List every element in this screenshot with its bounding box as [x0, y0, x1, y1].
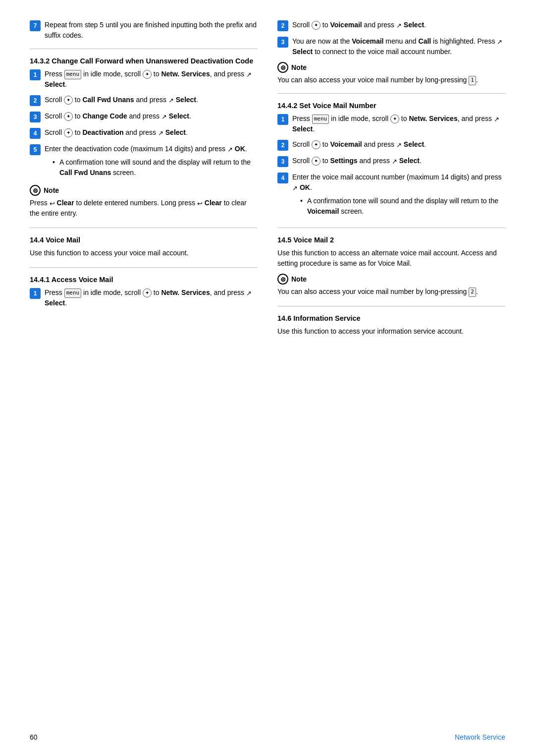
- menu-icon-1441: menu: [64, 289, 82, 298]
- step-5-1432: 5 Enter the deactivation code (maximum 1…: [30, 144, 258, 180]
- note-title-1432: ⊜ Note: [30, 185, 258, 196]
- step-3-content: Scroll ✦ to Change Code and press ↗ Sele…: [45, 111, 258, 121]
- step-3-1441: 3 You are now at the Voicemail menu and …: [277, 36, 505, 57]
- step-1-content: Press menu in idle mode, scroll ✦ to Net…: [45, 69, 258, 90]
- select-icon-1: ↗: [246, 70, 252, 80]
- scroll-icon-2: ✦: [64, 96, 73, 105]
- select-icon-2: ↗: [168, 96, 174, 106]
- step-1-1441: 1 Press menu in idle mode, scroll ✦ to N…: [30, 288, 258, 308]
- section-14-5-title: 14.5 Voice Mail 2: [277, 236, 505, 244]
- divider-1: [30, 49, 258, 49]
- step-7-text: Repeat from step 5 until you are finishe…: [45, 20, 258, 41]
- note-145: ⊜ Note You can also access your voice ma…: [277, 274, 505, 297]
- step-2-1441-content: Scroll ✦ to Voicemail and press ↗ Select…: [292, 20, 505, 30]
- note-text-145: You can also access your voice mail numb…: [277, 287, 505, 297]
- step-1-1441-content: Press menu in idle mode, scroll ✦ to Net…: [45, 288, 258, 308]
- step-2-number: 2: [30, 95, 41, 106]
- note-icon-145: ⊜: [277, 274, 288, 285]
- scroll-icon-1442-3: ✦: [312, 157, 321, 166]
- step-4-1432: 4 Scroll ✦ to Deactivation and press ↗ S…: [30, 127, 258, 139]
- step-3-1441-content: You are now at the Voicemail menu and Ca…: [292, 36, 505, 57]
- step-3-1432: 3 Scroll ✦ to Change Code and press ↗ Se…: [30, 111, 258, 122]
- steps-continuation-1441: 2 Scroll ✦ to Voicemail and press ↗ Sele…: [277, 20, 505, 57]
- divider-r1: [277, 93, 505, 94]
- step-2-1442: 2 Scroll ✦ to Voicemail and press ↗ Sele…: [277, 139, 505, 151]
- section-14-4: 14.4 Voice Mail Use this function to acc…: [30, 236, 258, 258]
- step-3-1442-content: Scroll ✦ to Settings and press ↗ Select.: [292, 156, 505, 166]
- scroll-icon-r2: ✦: [312, 21, 321, 30]
- step-4-number: 4: [30, 128, 41, 139]
- note-icon-1432: ⊜: [30, 185, 41, 196]
- bullet-4-1: A confirmation tone will sound and the d…: [300, 196, 505, 217]
- section-14-6-title: 14.6 Information Service: [277, 314, 505, 322]
- section-14-4-2: 14.4.2 Set Voice Mail Number 1 Press men…: [277, 102, 505, 219]
- step-1-1442: 1 Press menu in idle mode, scroll ✦ to N…: [277, 114, 505, 134]
- note-label-145: Note: [291, 275, 307, 283]
- note-1441: ⊜ Note You can also access your voice ma…: [277, 62, 505, 85]
- step-4-bullets: A confirmation tone will sound and the d…: [292, 196, 505, 217]
- step-2-1432: 2 Scroll ✦ to Call Fwd Unans and press ↗…: [30, 95, 258, 106]
- page: 7 Repeat from step 5 until you are finis…: [0, 0, 535, 756]
- clear-icon-1: ↩: [50, 199, 55, 209]
- scroll-icon-1442-2: ✦: [312, 140, 321, 149]
- divider-r3: [277, 306, 505, 306]
- step-1-1441-number: 1: [30, 288, 41, 299]
- section-14-3-2-title: 14.3.2 Change Call Forward when Unanswer…: [30, 57, 258, 65]
- step-4-1442-num: 4: [277, 173, 288, 183]
- note-title-145: ⊜ Note: [277, 274, 505, 285]
- step-5-content: Enter the deactivation code (maximum 14 …: [45, 144, 258, 180]
- section-14-5-text: Use this function to access an alternate…: [277, 248, 505, 269]
- step-7-number: 7: [30, 20, 41, 31]
- section-14-4-1: 14.4.1 Access Voice Mail 1 Press menu in…: [30, 276, 258, 308]
- key-1-icon: 1: [469, 76, 476, 85]
- step-5-bullets: A confirmation tone will sound and the d…: [45, 157, 258, 178]
- step-2-1441-number: 2: [277, 20, 288, 31]
- note-text-1441: You can also access your voice mail numb…: [277, 75, 505, 85]
- menu-icon: menu: [64, 70, 82, 79]
- note-icon-1441: ⊜: [277, 62, 288, 73]
- divider-2: [30, 228, 258, 228]
- key-2-icon: 2: [469, 288, 476, 297]
- section-14-4-1-title: 14.4.1 Access Voice Mail: [30, 276, 258, 284]
- select-icon-3: ↗: [161, 112, 167, 122]
- menu-icon-1442-1: menu: [312, 115, 329, 124]
- steps-list-1441: 1 Press menu in idle mode, scroll ✦ to N…: [30, 288, 258, 308]
- note-label-1441: Note: [291, 63, 307, 71]
- select-icon-1442-1: ↗: [494, 115, 499, 124]
- page-number: 60: [30, 733, 38, 741]
- section-14-6: 14.6 Information Service Use this functi…: [277, 314, 505, 337]
- step-3-number: 3: [30, 112, 41, 122]
- section-14-4-title: 14.4 Voice Mail: [30, 236, 258, 244]
- note-1432: ⊜ Note Press ↩ Clear to delete entered n…: [30, 185, 258, 219]
- left-column: 7 Repeat from step 5 until you are finis…: [30, 20, 258, 726]
- steps-list-1442: 1 Press menu in idle mode, scroll ✦ to N…: [277, 114, 505, 219]
- section-14-5: 14.5 Voice Mail 2 Use this function to a…: [277, 236, 505, 297]
- section-14-4-text: Use this function to access your voice m…: [30, 248, 258, 258]
- steps-list-1432: 1 Press menu in idle mode, scroll ✦ to N…: [30, 69, 258, 180]
- step-2-content: Scroll ✦ to Call Fwd Unans and press ↗ S…: [45, 95, 258, 105]
- step-2-1442-num: 2: [277, 140, 288, 151]
- step-2-1442-content: Scroll ✦ to Voicemail and press ↗ Select…: [292, 139, 505, 150]
- scroll-icon-4: ✦: [64, 128, 73, 137]
- scroll-icon-1: ✦: [143, 70, 152, 79]
- step-3-1442-num: 3: [277, 156, 288, 167]
- clear-icon-2: ↩: [197, 199, 203, 209]
- select-icon-r2: ↗: [396, 21, 402, 31]
- right-column: 2 Scroll ✦ to Voicemail and press ↗ Sele…: [277, 20, 505, 726]
- scroll-icon-1442-1: ✦: [390, 115, 399, 123]
- step-1-1442-content: Press menu in idle mode, scroll ✦ to Net…: [292, 114, 505, 134]
- note-text-1432: Press ↩ Clear to delete entered numbers.…: [30, 198, 258, 219]
- divider-r2: [277, 228, 505, 228]
- step-1-1442-num: 1: [277, 114, 288, 125]
- note-label-1432: Note: [44, 186, 59, 194]
- step-5-number: 5: [30, 144, 41, 155]
- step-1-1432: 1 Press menu in idle mode, scroll ✦ to N…: [30, 69, 258, 90]
- step-3-1441-number: 3: [277, 37, 288, 48]
- select-icon-1442-4: ↗: [292, 183, 298, 193]
- step-3-1442: 3 Scroll ✦ to Settings and press ↗ Selec…: [277, 156, 505, 167]
- section-14-3-2: 14.3.2 Change Call Forward when Unanswer…: [30, 57, 258, 219]
- step-1-number: 1: [30, 69, 41, 80]
- select-icon-r3: ↗: [497, 37, 502, 47]
- select-icon-4: ↗: [158, 128, 163, 138]
- divider-3: [30, 267, 258, 268]
